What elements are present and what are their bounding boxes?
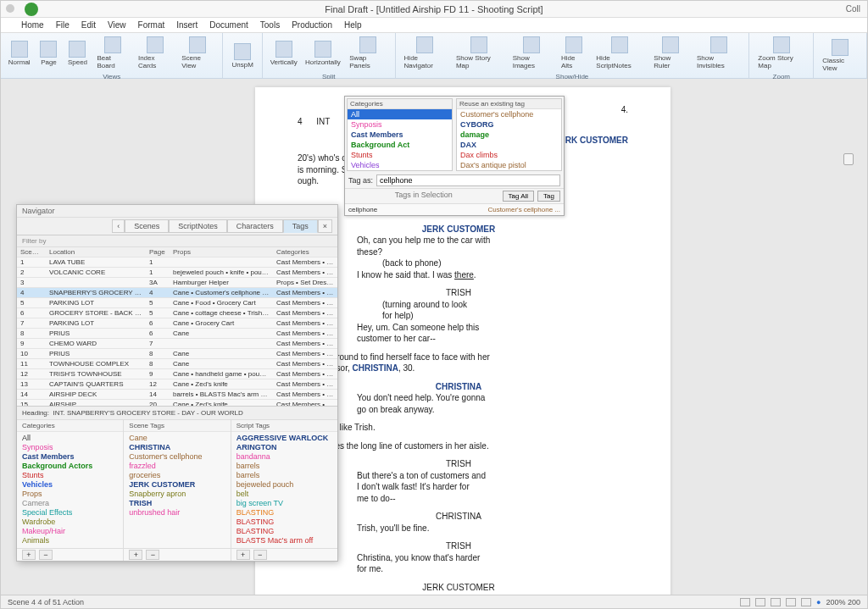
ribbon-index-cards[interactable]: Index Cards bbox=[135, 35, 175, 71]
menu-format[interactable]: Format bbox=[138, 20, 165, 30]
tag-item[interactable]: bandanna bbox=[236, 451, 332, 461]
ribbon-scene-view[interactable]: Scene View bbox=[178, 35, 217, 71]
tag-item[interactable]: Synposis bbox=[22, 442, 118, 451]
tag-item[interactable]: Animals bbox=[22, 535, 118, 545]
table-row[interactable]: 1LAVA TUBE1Cast Members • Special Effect bbox=[17, 257, 337, 268]
category-item[interactable]: Background Act bbox=[348, 140, 452, 150]
tag-item[interactable]: Snapberry apron bbox=[129, 489, 225, 498]
ribbon-vertically[interactable]: Vertically bbox=[268, 39, 300, 68]
view-button[interactable] bbox=[740, 598, 750, 606]
tag-all-button[interactable]: Tag All bbox=[503, 191, 535, 202]
navigator-panel[interactable]: Navigator ‹ScenesScriptNotesCharactersTa… bbox=[16, 204, 338, 562]
table-row[interactable]: 14AIRSHIP DECK14barrels • BLASTS Mac's a… bbox=[17, 390, 337, 400]
menu-home[interactable]: Home bbox=[21, 20, 44, 30]
tag-item[interactable]: unbrushed hair bbox=[129, 507, 225, 517]
reuse-tag-item[interactable]: Dax climbs bbox=[457, 150, 561, 160]
tag-item[interactable]: Cast Members bbox=[22, 451, 118, 461]
tag-item[interactable]: Special Effects bbox=[22, 507, 118, 517]
menu-insert[interactable]: Insert bbox=[176, 20, 198, 30]
tag-item[interactable]: big screen TV bbox=[236, 498, 332, 507]
tag-item[interactable]: BLASTING bbox=[236, 517, 332, 526]
tag-item[interactable]: groceries bbox=[129, 470, 225, 479]
menu-production[interactable]: Production bbox=[292, 20, 332, 30]
tag-item[interactable]: Vehicles bbox=[22, 479, 118, 489]
table-row[interactable]: 11TOWNHOUSE COMPLEX8CaneCast Members • V… bbox=[17, 359, 337, 369]
table-row[interactable]: 8PRIUS6CaneCast Members • Vehicles • Pro bbox=[17, 329, 337, 339]
tag-item[interactable]: Customer's cellphone bbox=[129, 451, 225, 461]
remove-button[interactable]: − bbox=[253, 550, 267, 560]
filter-label[interactable]: Filter by bbox=[17, 235, 337, 247]
selection-tag-detail[interactable]: Customer's cellphone ... bbox=[487, 206, 560, 213]
table-row[interactable]: 12TRISH'S TOWNHOUSE9Cane • handheld game… bbox=[17, 369, 337, 379]
ribbon-show-ruler[interactable]: Show Ruler bbox=[650, 35, 690, 71]
ribbon-normal[interactable]: Normal bbox=[6, 39, 32, 68]
tag-item[interactable]: Camera bbox=[22, 498, 118, 507]
tag-item[interactable]: bejeweled pouch bbox=[236, 479, 332, 489]
menu-edit[interactable]: Edit bbox=[81, 20, 96, 30]
view-button[interactable] bbox=[771, 598, 781, 606]
tab-characters[interactable]: Characters bbox=[227, 219, 283, 233]
add-button[interactable]: + bbox=[236, 550, 250, 560]
reuse-tag-item[interactable]: damage bbox=[457, 130, 561, 140]
tag-item[interactable]: Stunts bbox=[22, 470, 118, 479]
reuse-tag-item[interactable]: CYBORG bbox=[457, 119, 561, 130]
tab-scriptnotes[interactable]: ScriptNotes bbox=[169, 219, 227, 233]
view-button[interactable] bbox=[801, 598, 811, 606]
ribbon-swap-panels[interactable]: Swap Panels bbox=[346, 35, 389, 71]
ribbon-horizontally[interactable]: Horizontally bbox=[303, 39, 343, 68]
ribbon-show-images[interactable]: Show Images bbox=[509, 35, 554, 71]
table-row[interactable]: 7PARKING LOT6Cane • Grocery CartCast Mem… bbox=[17, 318, 337, 329]
ribbon-page[interactable]: Page bbox=[36, 39, 61, 68]
table-row[interactable]: 15AIRSHIP20Cane • Zed's knifeCast Member… bbox=[17, 400, 337, 407]
reuse-tag-item[interactable]: DAX bbox=[457, 140, 561, 150]
window-controls[interactable] bbox=[6, 4, 14, 13]
reuse-list[interactable]: Customer's cellphoneCYBORGdamageDAXDax c… bbox=[457, 109, 561, 170]
tag-item[interactable]: BLASTING bbox=[236, 526, 332, 535]
menu-view[interactable]: View bbox=[108, 20, 126, 30]
add-button[interactable]: + bbox=[129, 550, 142, 560]
menu-help[interactable]: Help bbox=[344, 20, 362, 30]
table-row[interactable]: 9CHEMO WARD7Cast Members • Background A bbox=[17, 339, 337, 349]
tag-button[interactable]: Tag bbox=[537, 191, 560, 202]
tag-item[interactable]: Background Actors bbox=[22, 461, 118, 470]
tag-item[interactable]: Wardrobe bbox=[22, 517, 118, 526]
ribbon-beat-board[interactable]: Beat Board bbox=[93, 35, 131, 71]
table-header[interactable]: Scene #LocationPagePropsCategories bbox=[17, 247, 337, 257]
tagger-panel[interactable]: Categories AllSynposisCast MembersBackgr… bbox=[344, 96, 565, 216]
navigator-table[interactable]: Scene #LocationPagePropsCategories 1LAVA… bbox=[17, 247, 337, 407]
menu-tools[interactable]: Tools bbox=[260, 20, 280, 30]
table-row[interactable]: 4SNAPBERRY'S GROCERY ST...4Cane • Custom… bbox=[17, 288, 337, 298]
tag-item[interactable]: JERK CUSTOMER bbox=[129, 479, 225, 489]
remove-button[interactable]: − bbox=[39, 550, 53, 560]
tag-item[interactable]: BLASTING bbox=[236, 507, 332, 517]
ribbon-classic-view[interactable]: Classic View bbox=[819, 37, 861, 74]
add-button[interactable]: + bbox=[22, 550, 36, 560]
tab-tags[interactable]: Tags bbox=[283, 219, 318, 233]
tag-item[interactable]: CHRISTINA bbox=[129, 442, 225, 451]
menu-document[interactable]: Document bbox=[209, 20, 248, 30]
ribbon-show-story-map[interactable]: Show Story Map bbox=[453, 35, 506, 71]
ribbon-hide-alts[interactable]: Hide Alts bbox=[558, 35, 589, 71]
remove-button[interactable]: − bbox=[146, 550, 159, 560]
categories-list[interactable]: AllSynposisCast MembersBackground ActStu… bbox=[348, 109, 452, 170]
lock-icon[interactable] bbox=[843, 153, 854, 165]
tag-item[interactable]: Props bbox=[22, 489, 118, 498]
category-item[interactable]: Cast Members bbox=[348, 130, 452, 140]
category-item[interactable]: All bbox=[348, 109, 452, 119]
tag-item[interactable]: Makeup/Hair bbox=[22, 526, 118, 535]
collaboration-label[interactable]: Coll bbox=[846, 4, 860, 14]
table-row[interactable]: 13CAPTAIN'S QUARTERS12Cane • Zed's knife… bbox=[17, 379, 337, 390]
reuse-tag-item[interactable]: Customer's cellphone bbox=[457, 109, 561, 119]
table-row[interactable]: 6GROCERY STORE - BACK O...5Cane • cottag… bbox=[17, 308, 337, 318]
tag-item[interactable]: frazzled bbox=[129, 461, 225, 470]
tag-item[interactable]: Cane bbox=[129, 433, 225, 442]
category-item[interactable]: Stunts bbox=[348, 150, 452, 160]
ribbon-speed[interactable]: Speed bbox=[64, 39, 90, 68]
column-header[interactable]: Props bbox=[170, 247, 273, 257]
tag-item[interactable]: ARINGTON bbox=[236, 442, 332, 451]
table-row[interactable]: 5PARKING LOT5Cane • Food • Grocery CartC… bbox=[17, 298, 337, 308]
column-header[interactable]: Scene # bbox=[17, 247, 46, 257]
tab-scenes[interactable]: Scenes bbox=[125, 219, 169, 233]
ribbon-zoom-story-map[interactable]: Zoom Story Map bbox=[754, 35, 808, 71]
tag-item[interactable]: TRISH bbox=[129, 498, 225, 507]
